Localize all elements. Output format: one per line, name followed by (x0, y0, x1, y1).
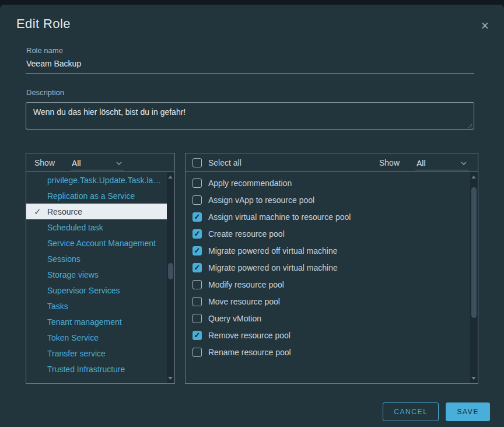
privilege-row: ✓Assign virtual machine to resource pool (186, 208, 470, 225)
scrollbar-thumb[interactable] (471, 187, 477, 318)
privilege-checkbox[interactable] (192, 297, 202, 306)
category-item[interactable]: Trusted Infrastructure (26, 361, 167, 377)
category-item[interactable]: Storage views (26, 267, 167, 282)
category-panel-header: Show All (26, 153, 174, 172)
role-privileges-section: Show All privilege.Task.Update.Task.la…R… (26, 153, 478, 384)
category-item-label: Storage views (47, 270, 99, 279)
category-item-label: Replication as a Service (47, 191, 135, 201)
privilege-row: ✓Migrate powered on virtual machine (186, 259, 470, 276)
category-filter-value: All (72, 159, 81, 168)
dialog-footer: CANCEL SAVE (0, 402, 504, 421)
privileges-panel-header: Select all Show All (186, 153, 478, 172)
category-item-label: Transfer service (47, 349, 106, 358)
show-group: Show All (379, 156, 469, 169)
dialog-title: Edit Role (16, 16, 71, 32)
role-name-input[interactable] (26, 55, 474, 74)
category-item[interactable]: Tenant management (26, 314, 167, 330)
privilege-row: Rename resource pool (186, 344, 470, 360)
selected-check-icon: ✓ (34, 206, 41, 217)
privilege-label: Query vMotion (208, 314, 261, 323)
category-item[interactable]: Replication as a Service (26, 188, 167, 204)
chevron-down-icon (116, 161, 123, 166)
privilege-label: Remove resource pool (208, 331, 290, 340)
description-label: Description (26, 88, 478, 97)
dialog-header: Edit Role × (0, 5, 504, 32)
privilege-checkbox[interactable] (192, 178, 202, 188)
privilege-checkbox[interactable]: ✓ (192, 263, 202, 272)
scrollbar-thumb[interactable] (168, 263, 173, 279)
privilege-row: Assign vApp to resource pool (186, 191, 470, 208)
privilege-checkbox[interactable] (192, 280, 202, 289)
privilege-checkbox[interactable] (192, 348, 202, 357)
close-icon[interactable]: × (481, 21, 489, 30)
cancel-button[interactable]: CANCEL (383, 402, 439, 421)
privilege-row: ✓Remove resource pool (186, 327, 470, 344)
privilege-checkbox[interactable]: ✓ (192, 229, 202, 239)
save-button[interactable]: SAVE (446, 402, 490, 421)
privilege-label: Migrate powered on virtual machine (208, 263, 338, 272)
category-item-label: privilege.Task.Update.Task.la… (47, 176, 161, 185)
privilege-checkbox[interactable]: ✓ (192, 246, 202, 256)
privilege-row: Modify resource pool (186, 276, 470, 293)
category-item-label: Token Service (47, 333, 99, 342)
privilege-checkbox[interactable] (192, 314, 202, 323)
privileges-panel: Select all Show All Apply recommendation (185, 153, 478, 384)
select-all-group: Select all (192, 158, 242, 167)
category-item[interactable]: Supervisor Services (26, 282, 167, 298)
category-item-label: Scheduled task (47, 223, 103, 232)
category-scrollbar[interactable] (167, 172, 174, 383)
privileges-filter-dropdown[interactable]: All (415, 158, 469, 170)
privilege-label: Move resource pool (208, 297, 280, 306)
category-item-label: Tenant management (47, 317, 122, 327)
privilege-label: Apply recommendation (208, 178, 292, 188)
category-item[interactable]: ✓Resource (26, 204, 167, 219)
description-field (26, 102, 474, 132)
privilege-label: Rename resource pool (208, 348, 291, 357)
privilege-checkbox[interactable] (192, 195, 202, 205)
privilege-label: Create resource pool (208, 229, 285, 239)
category-item[interactable]: Sessions (26, 251, 167, 267)
category-item[interactable]: Service Account Management (26, 235, 167, 251)
privilege-checkbox[interactable]: ✓ (192, 331, 202, 340)
privileges-scrollbar[interactable] (470, 172, 478, 383)
privilege-label: Modify resource pool (208, 280, 284, 289)
privilege-label: Assign vApp to resource pool (208, 195, 314, 205)
category-item-label: Resource (47, 207, 82, 216)
privilege-label: Migrate powered off virtual machine (208, 246, 338, 256)
category-item-label: Trusted Infrastructure (47, 365, 125, 374)
category-item-label: Tasks (47, 302, 68, 311)
chevron-down-icon (460, 161, 467, 166)
category-filter-dropdown[interactable]: All (71, 158, 124, 170)
category-item[interactable]: privilege.Task.Update.Task.la… (26, 172, 167, 188)
privilege-label: Assign virtual machine to resource pool (208, 212, 351, 222)
select-all-label: Select all (208, 158, 242, 167)
category-item[interactable]: Tasks (26, 298, 167, 314)
privilege-list-area: Apply recommendationAssign vApp to resou… (186, 172, 478, 383)
category-item[interactable]: Scheduled task (26, 219, 167, 235)
category-item-label: Sessions (47, 254, 80, 264)
category-item[interactable]: Token Service (26, 330, 167, 345)
privileges-filter-value: All (416, 159, 426, 168)
privilege-row: ✓Create resource pool (186, 225, 470, 242)
privilege-row: Move resource pool (186, 293, 470, 310)
privilege-checkbox[interactable]: ✓ (192, 212, 202, 222)
category-panel: Show All privilege.Task.Update.Task.la…R… (26, 153, 175, 384)
privilege-row: Query vMotion (186, 310, 470, 327)
resize-handle-icon[interactable] (467, 124, 473, 129)
description-textarea[interactable] (26, 102, 474, 130)
category-list-area: privilege.Task.Update.Task.la…Replicatio… (26, 172, 174, 383)
right-show-label: Show (379, 158, 400, 167)
category-item[interactable]: Transfer service (26, 345, 167, 361)
privilege-row: ✓Migrate powered off virtual machine (186, 242, 470, 259)
privilege-row: Apply recommendation (186, 174, 470, 191)
role-name-label: Role name (26, 46, 478, 55)
dialog-body: Role name Description Show All (26, 46, 478, 384)
select-all-checkbox[interactable] (192, 158, 202, 167)
edit-role-dialog: Edit Role × Role name Description Show A… (0, 5, 504, 427)
category-item-label: Service Account Management (47, 239, 156, 248)
category-list: privilege.Task.Update.Task.la…Replicatio… (26, 172, 167, 383)
category-item-label: Supervisor Services (47, 286, 120, 295)
left-show-label: Show (34, 158, 55, 167)
privilege-list: Apply recommendationAssign vApp to resou… (186, 174, 470, 383)
